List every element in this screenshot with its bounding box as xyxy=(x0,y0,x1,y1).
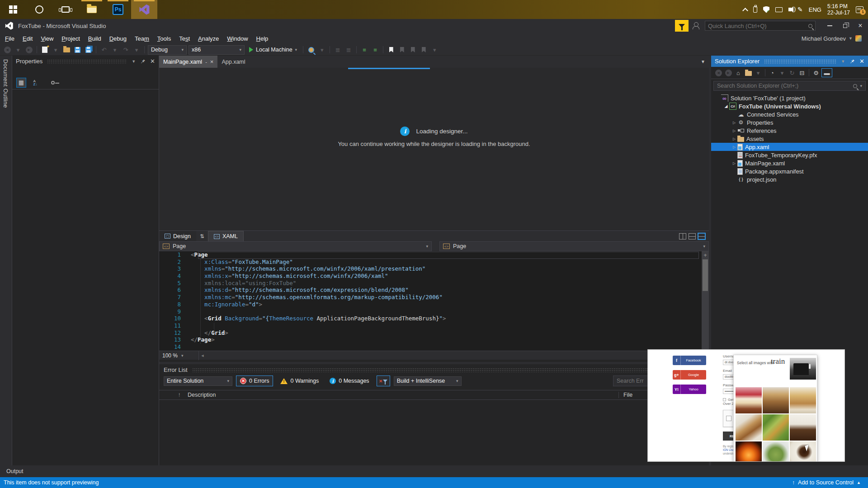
search-options-dropdown[interactable]: ▾ xyxy=(860,84,862,88)
facebook-login-button[interactable]: fFacebook xyxy=(673,356,706,365)
collapse-all-button[interactable]: ⊟ xyxy=(797,68,807,77)
quick-launch-input[interactable] xyxy=(708,23,808,29)
menu-test[interactable]: Test xyxy=(175,34,194,43)
tree-item-mainpage-xaml[interactable]: ▷MainPage.xaml xyxy=(711,159,868,167)
document-tab-app.xaml[interactable]: App.xaml xyxy=(217,56,249,68)
vertical-split-button[interactable] xyxy=(679,233,686,239)
expander-icon[interactable]: ▷ xyxy=(731,145,737,149)
menu-project[interactable]: Project xyxy=(57,34,84,43)
code-line[interactable]: 4 xmlns:x="http://schemas.microsoft.com/… xyxy=(159,272,709,280)
file-explorer-button[interactable] xyxy=(79,0,105,19)
document-tab-mainpage.xaml[interactable]: MainPage.xaml-× xyxy=(159,56,217,68)
add-to-source-control[interactable]: ↑ Add to Source Control ▲ xyxy=(792,479,868,486)
save-all-button[interactable] xyxy=(84,45,93,54)
tab-pin-icon[interactable]: - xyxy=(205,59,207,65)
swap-panes-button[interactable]: ⇅ xyxy=(196,231,208,241)
visual-studio-button[interactable] xyxy=(131,0,157,19)
xaml-code-editor[interactable]: 1<Page2 x:Class="FoxTube.MainPage"3 xmln… xyxy=(159,251,709,351)
scope-combo[interactable]: Entire Solution▾ xyxy=(164,376,232,386)
cortana-button[interactable] xyxy=(26,0,52,19)
restore-button[interactable] xyxy=(837,19,853,33)
home-button[interactable]: ⌂ xyxy=(734,68,743,77)
navigate-forward-button[interactable]: ► xyxy=(24,45,33,54)
new-project-button[interactable] xyxy=(40,45,49,54)
close-button[interactable]: × xyxy=(853,19,868,33)
task-view-button[interactable] xyxy=(52,0,79,19)
properties-button[interactable]: ⚙ xyxy=(811,68,821,77)
window-position-dropdown[interactable]: ▼ xyxy=(132,59,136,64)
redo-dropdown[interactable]: ▾ xyxy=(132,45,141,54)
close-icon[interactable]: ✕ xyxy=(859,58,864,65)
description-column[interactable]: Description xyxy=(180,392,618,398)
account-menu[interactable]: Michael Gordeev ▼ xyxy=(802,35,868,42)
menu-window[interactable]: Window xyxy=(223,34,252,43)
menu-edit[interactable]: Edit xyxy=(19,34,37,43)
window-position-dropdown[interactable]: ▼ xyxy=(841,59,845,64)
code-line[interactable]: 12 </Grid> xyxy=(159,329,709,337)
tree-item-solution-foxtube-1-project-[interactable]: Solution 'FoxTube' (1 project) xyxy=(711,94,868,102)
captcha-tile-salad[interactable] xyxy=(763,414,789,441)
solution-platform-combo[interactable]: x86▾ xyxy=(189,45,245,55)
code-line[interactable]: 5 xmlns:local="using:FoxTube" xyxy=(159,280,709,287)
properties-header[interactable]: Properties ▼ 📌︎ ✕ xyxy=(12,56,159,67)
code-line[interactable]: 9 xyxy=(159,308,709,315)
find-in-files-button[interactable] xyxy=(307,45,316,54)
alphabetical-sort-button[interactable]: AZ↓ xyxy=(30,78,40,88)
captcha-tile-breakfast[interactable] xyxy=(736,414,762,441)
tree-item-package-appxmanifest[interactable]: Package.appxmanifest xyxy=(711,167,868,175)
tree-item-project-json[interactable]: project.json xyxy=(711,175,868,183)
increase-indent-button[interactable]: ≡ xyxy=(371,45,380,54)
scrollbar-thumb[interactable] xyxy=(703,259,708,291)
captcha-tile-coffee-cup[interactable] xyxy=(790,441,816,462)
undo-button[interactable]: ↶ xyxy=(99,45,108,54)
tab-close-icon[interactable]: × xyxy=(210,58,214,65)
undo-dropdown[interactable]: ▾ xyxy=(110,45,119,54)
security-shield-icon[interactable] xyxy=(763,6,769,13)
solution-configuration-combo[interactable]: Debug▾ xyxy=(148,45,187,55)
uncomment-button[interactable]: ≣ xyxy=(344,45,353,54)
tree-item-properties[interactable]: ▷Properties xyxy=(711,118,868,127)
editor-vertical-scrollbar[interactable] xyxy=(702,251,709,351)
toolbar-overflow[interactable]: ▾ xyxy=(430,45,439,54)
code-line[interactable]: 7 xmlns:mc="http://schemas.openxmlformat… xyxy=(159,294,709,301)
menu-build[interactable]: Build xyxy=(84,34,105,43)
property-pages-button[interactable] xyxy=(48,78,58,88)
pen-icon[interactable]: ✎ xyxy=(797,6,803,13)
tree-item-references[interactable]: ▷References xyxy=(711,127,868,135)
se-back-button[interactable]: ◄ xyxy=(714,68,723,77)
feedback-button[interactable] xyxy=(675,20,689,32)
language-indicator[interactable]: ENG xyxy=(809,6,821,13)
tree-item-app-xaml[interactable]: ▷App.xaml xyxy=(711,143,868,151)
menu-tools[interactable]: Tools xyxy=(153,34,175,43)
tray-chevron-icon[interactable] xyxy=(742,8,748,14)
comment-button[interactable]: ≣ xyxy=(333,45,342,54)
menu-analyze[interactable]: Analyze xyxy=(194,34,223,43)
tree-item-assets[interactable]: ▷Assets xyxy=(711,135,868,143)
preview-selected-items-toggle[interactable]: ▬ xyxy=(821,68,832,77)
sync-dropdown[interactable]: ▾ xyxy=(754,68,763,77)
menu-team[interactable]: Team xyxy=(131,34,153,43)
code-line[interactable]: 14 xyxy=(159,343,709,351)
xaml-view-tab[interactable]: <> XAML xyxy=(208,231,244,241)
toggle-bookmark-button[interactable] xyxy=(387,45,396,54)
errors-toggle[interactable]: ✕ 0 Errors xyxy=(236,375,273,386)
network-icon[interactable] xyxy=(775,7,783,12)
captcha-tile-pancakes[interactable] xyxy=(790,387,816,413)
code-line[interactable]: 11 xyxy=(159,322,709,329)
next-bookmark-button[interactable] xyxy=(408,45,417,54)
code-line[interactable]: 10 <Grid Background="{ThemeResource Appl… xyxy=(159,315,709,322)
yahoo-login-button[interactable]: Y!Yahoo xyxy=(673,385,706,394)
google-login-button[interactable]: g+Google xyxy=(673,370,706,380)
tab-list-dropdown[interactable]: ▼ xyxy=(701,59,709,64)
filter-dropdown[interactable]: ▾ xyxy=(778,68,787,77)
quick-launch-box[interactable] xyxy=(705,21,816,31)
refresh-button[interactable]: ↻ xyxy=(788,68,797,77)
error-list-header[interactable]: Error List xyxy=(159,364,709,375)
open-file-button[interactable] xyxy=(62,45,71,54)
find-dropdown[interactable]: ▾ xyxy=(317,45,326,54)
collapse-pane-button[interactable] xyxy=(698,233,705,239)
navigate-back-button[interactable]: ◄ xyxy=(3,45,12,54)
element-navigator-left[interactable]: <> Page ▾ xyxy=(159,241,432,251)
messages-toggle[interactable]: i 0 Messages xyxy=(326,375,373,386)
output-tab[interactable]: Output xyxy=(0,468,30,474)
